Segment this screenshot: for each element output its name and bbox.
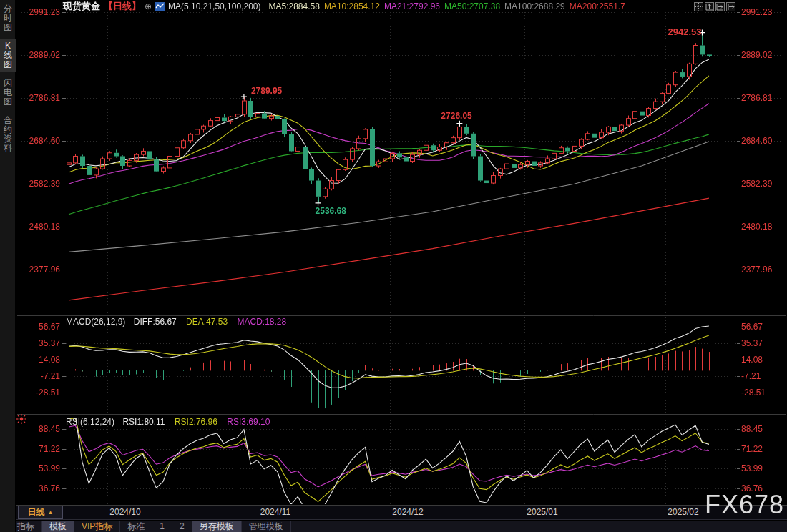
y-axis-label: 14.08 xyxy=(39,355,60,365)
chart-type-sidebar: 分时图K线图闪电图合约资料 xyxy=(0,0,16,532)
shift-right-icon[interactable] xyxy=(726,2,735,11)
x-axis-label: 2025/02 xyxy=(658,507,708,517)
menu-item-1[interactable]: 1 xyxy=(152,521,172,532)
y-axis-label: 35.37 xyxy=(39,338,60,348)
y-axis-right: 2991.232889.022786.812684.602582.392480.… xyxy=(741,0,786,532)
menu-item-另存模板[interactable]: 另存模板 xyxy=(192,521,242,532)
y-axis-label: 2684.60 xyxy=(29,136,60,146)
watermark: FX678 xyxy=(705,491,784,518)
crosshair-icon[interactable] xyxy=(694,2,703,11)
ma-values: MA5:2884.58MA10:2854.12MA21:2792.96MA50:… xyxy=(264,1,625,11)
y-axis-label: 71.22 xyxy=(741,444,763,454)
x-axis-label: 2024/12 xyxy=(383,507,433,517)
chart-header: 现货黄金 【日线】 ⊕ MA(5,10,21,50,100,200) MA5:2… xyxy=(0,0,787,12)
x-axis-label: 2024/10 xyxy=(100,507,150,517)
y-axis-label: 2377.96 xyxy=(29,265,60,275)
ma-value: MA5:2884.58 xyxy=(268,1,319,11)
sidebar-tab-分时图[interactable]: 分时图 xyxy=(0,2,16,34)
y-axis-label: -28.51 xyxy=(36,388,60,398)
x-axis-row: 日线 ▲ 2024/102024/112024/122025/012025/02 xyxy=(0,505,787,520)
ma-value: MA21:2792.96 xyxy=(384,1,440,11)
zoom-vertical-icon[interactable] xyxy=(705,2,714,11)
ma-value: MA50:2707.38 xyxy=(444,1,500,11)
y-axis-label: 2582.39 xyxy=(29,179,60,189)
header-toolbar xyxy=(694,2,735,11)
y-axis-label: 2480.18 xyxy=(29,222,60,232)
x-axis-label: 2024/11 xyxy=(250,507,300,517)
y-axis-left: 2991.232889.022786.812684.602582.392480.… xyxy=(17,0,62,532)
price-annotation: 2789.95 xyxy=(251,86,282,96)
y-axis-label: 2991.23 xyxy=(29,7,60,17)
y-axis-label: 2786.81 xyxy=(741,93,772,103)
y-axis-label: -7.21 xyxy=(741,371,761,381)
macd-dea-value: DEA:47.53 xyxy=(186,317,228,327)
ma-group-label: MA(5,10,21,50,100,200) xyxy=(168,1,260,11)
menu-item-管理模板[interactable]: 管理模板 xyxy=(242,521,291,532)
rsi-live-icon[interactable] xyxy=(16,413,27,428)
x-axis-label: 2025/01 xyxy=(517,507,567,517)
y-axis-label: 2889.02 xyxy=(741,50,772,60)
ma-value: MA200:2551.7 xyxy=(570,1,625,11)
menu-item-模板[interactable]: 模板 xyxy=(42,521,74,532)
zoom-horizontal-icon[interactable] xyxy=(715,2,725,11)
ma-value: MA100:2688.29 xyxy=(504,1,565,11)
symbol-name: 现货黄金 xyxy=(63,0,100,13)
y-axis-label: 14.08 xyxy=(741,355,763,365)
macd-diff-value: DIFF:56.67 xyxy=(134,317,177,327)
menu-item-2[interactable]: 2 xyxy=(172,521,192,532)
y-axis-label: 56.67 xyxy=(39,322,60,332)
y-axis-label: 53.99 xyxy=(741,463,763,473)
y-axis-label: 35.37 xyxy=(741,338,763,348)
y-axis-label: -7.21 xyxy=(41,371,60,381)
rsi3-value: RSI3:69.10 xyxy=(227,417,270,427)
menu-item-标准[interactable]: 标准 xyxy=(120,521,152,532)
circle-plus-icon[interactable]: ⊕ xyxy=(145,1,152,11)
y-axis-label: 53.99 xyxy=(39,463,60,473)
y-axis-label: 2377.96 xyxy=(741,265,772,275)
y-axis-label: 2786.81 xyxy=(29,93,60,103)
chart-plot[interactable] xyxy=(0,0,787,532)
y-axis-label: 2889.02 xyxy=(29,50,60,60)
price-annotation: 2726.05 xyxy=(441,111,471,121)
sidebar-tab-K线图[interactable]: K线图 xyxy=(0,39,16,72)
rsi1-value: RSI1:80.11 xyxy=(122,417,165,427)
rsi2-value: RSI2:76.96 xyxy=(175,417,217,427)
chart-style-icon[interactable] xyxy=(155,2,165,11)
y-axis-label: 2480.18 xyxy=(741,222,772,232)
sidebar-tab-合约资料[interactable]: 合约资料 xyxy=(0,114,16,155)
period-tag: 【日线】 xyxy=(104,0,141,13)
macd-value: MACD:18.28 xyxy=(237,317,286,327)
macd-header: MACD(26,12,9) DIFF:56.67 DEA:47.53 MACD:… xyxy=(66,317,286,327)
bottom-menu: 指标模板VIP指标标准12另存模板管理模板 xyxy=(0,521,787,532)
y-axis-label: -28.51 xyxy=(741,388,766,398)
app-window: 现货黄金 【日线】 ⊕ MA(5,10,21,50,100,200) MA5:2… xyxy=(0,0,787,532)
y-axis-label: 88.45 xyxy=(39,424,60,434)
menu-item-VIP指标[interactable]: VIP指标 xyxy=(74,521,120,532)
price-annotation: 2536.68 xyxy=(316,206,346,216)
y-axis-label: 36.76 xyxy=(39,483,60,493)
y-axis-label: 2684.60 xyxy=(741,136,772,146)
sidebar-tab-闪电图[interactable]: 闪电图 xyxy=(0,77,16,109)
price-annotation: 2942.53 xyxy=(668,26,701,37)
y-axis-label: 88.45 xyxy=(741,424,763,434)
y-axis-label: 2582.39 xyxy=(741,179,772,189)
y-axis-label: 2991.23 xyxy=(741,7,772,17)
rsi-title: RSI(6,12,24) xyxy=(66,417,114,427)
rsi-header: RSI(6,12,24) RSI1:80.11 RSI2:76.96 RSI3:… xyxy=(66,417,270,427)
macd-title: MACD(26,12,9) xyxy=(66,317,125,327)
y-axis-label: 56.67 xyxy=(741,322,763,332)
ma-value: MA10:2854.12 xyxy=(324,1,380,11)
y-axis-label: 71.22 xyxy=(39,444,60,454)
